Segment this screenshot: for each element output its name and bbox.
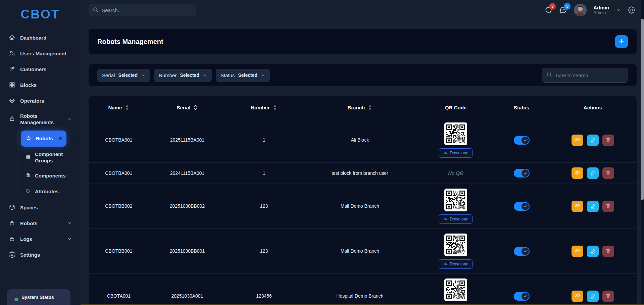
system-status-widget[interactable]: System Status (7, 289, 70, 305)
cell-branch: Ali Block (302, 137, 417, 143)
download-qr-button[interactable]: Download (439, 148, 473, 158)
edit-button[interactable] (587, 135, 599, 146)
status-toggle[interactable] (514, 202, 530, 211)
filter-label: Serial (102, 72, 115, 78)
column-header-branch: Branch (302, 105, 417, 110)
view-button[interactable] (572, 246, 583, 257)
scrollbar-thumb[interactable] (641, 19, 644, 200)
sidebar-item-robots-managements[interactable]: Robots Managements (5, 109, 75, 130)
column-header-status: Status (494, 105, 549, 110)
submenu-item-robots[interactable]: Robots (21, 131, 66, 147)
sidebar-item-robots[interactable]: Robots (5, 216, 75, 232)
toggle-check-icon (522, 293, 529, 300)
cell-actions (549, 201, 637, 212)
cell-branch: Hospital Demo Branch (302, 293, 417, 299)
briefcase-icon (25, 172, 31, 180)
view-button[interactable] (572, 135, 583, 146)
submenu-item-component-groups[interactable]: Component Groups (21, 148, 66, 167)
cell-actions (549, 246, 637, 257)
topbar: 3 5 Admin Admin (81, 0, 644, 20)
add-robot-button[interactable] (615, 35, 628, 48)
users-icon (9, 50, 15, 58)
robot-icon (9, 115, 15, 123)
message-badge: 5 (564, 3, 571, 10)
sidebar: CBOT Dashboard Users Management Customer… (0, 0, 81, 305)
sidebar-item-blocks[interactable]: Blocks (5, 78, 75, 93)
table-search-input[interactable] (555, 72, 624, 78)
sidebar-item-operators[interactable]: Operators (5, 93, 75, 109)
pencil-icon (590, 137, 596, 144)
filter-serial-dropdown[interactable]: Serial Selected (97, 69, 150, 82)
sidebar-item-label: Logs (20, 236, 32, 243)
cell-serial: 20251030A001 (149, 293, 226, 299)
page-scrollbar[interactable] (641, 0, 644, 305)
column-header-actions: Actions (549, 105, 637, 110)
status-toggle[interactable] (514, 169, 530, 177)
home-icon (9, 34, 15, 42)
view-button[interactable] (572, 291, 583, 302)
download-qr-button[interactable]: Download (439, 259, 473, 269)
status-toggle[interactable] (514, 136, 530, 145)
column-header-number: Number (226, 105, 302, 110)
status-toggle[interactable] (514, 292, 530, 301)
cell-name: CBOTBB001 (89, 248, 149, 254)
filter-value: Selected (118, 72, 138, 78)
toggle-check-icon (522, 169, 529, 177)
cell-qr-code: Download No QR (417, 278, 494, 305)
submenu-item-components[interactable]: Components (21, 169, 66, 183)
main-area: 3 5 Admin Admin Robots Manag (81, 0, 644, 305)
delete-button[interactable] (602, 201, 614, 212)
sidebar-item-users-management[interactable]: Users Management (5, 46, 75, 62)
user-menu-chevron-icon[interactable] (616, 7, 621, 13)
cell-status (494, 247, 549, 256)
sidebar-item-logs[interactable]: Logs (5, 232, 75, 247)
status-toggle[interactable] (514, 247, 530, 256)
notifications-button[interactable]: 3 (544, 6, 552, 14)
cell-serial: 20241115BA001 (149, 170, 226, 176)
sidebar-item-label: Robots Managements (20, 113, 62, 126)
edit-button[interactable] (587, 167, 599, 179)
cell-status (494, 202, 549, 211)
cell-serial: 20251115BA001 (149, 137, 226, 143)
edit-button[interactable] (587, 291, 599, 302)
edit-button[interactable] (587, 246, 599, 257)
sort-icon[interactable] (368, 105, 372, 110)
search-icon (93, 7, 98, 14)
sort-icon[interactable] (193, 105, 198, 110)
download-qr-button[interactable]: Download (439, 214, 473, 224)
table-body: CBOTBA001 20251115BA001 1 Ali Block Down… (89, 118, 637, 305)
submenu-item-attributes[interactable]: Attributes (21, 185, 66, 199)
squares-icon (25, 154, 31, 162)
qr-code-image (444, 122, 467, 145)
sort-icon[interactable] (273, 105, 277, 110)
delete-button[interactable] (602, 167, 614, 179)
delete-button[interactable] (602, 291, 614, 302)
table-search[interactable] (542, 68, 628, 83)
sort-icon[interactable] (125, 105, 129, 110)
global-search-input[interactable] (102, 7, 192, 13)
sidebar-item-spaces[interactable]: Spaces (5, 200, 75, 216)
view-button[interactable] (572, 201, 583, 212)
download-icon (443, 150, 447, 156)
filter-status-dropdown[interactable]: Status Selected (216, 69, 270, 82)
cell-actions (549, 291, 637, 302)
edit-button[interactable] (587, 201, 599, 212)
plus-icon (618, 38, 625, 46)
sidebar-item-dashboard[interactable]: Dashboard (5, 30, 75, 46)
sidebar-nav: Dashboard Users Management Customers Blo… (0, 30, 81, 263)
global-search[interactable] (89, 4, 196, 16)
filter-number-dropdown[interactable]: Number Selected (154, 69, 212, 82)
cell-actions (549, 135, 637, 146)
eye-icon (574, 293, 580, 300)
pencil-icon (590, 293, 596, 300)
cell-actions (549, 167, 637, 179)
user-avatar[interactable] (574, 4, 587, 16)
settings-gear-icon[interactable] (628, 6, 635, 14)
delete-button[interactable] (602, 135, 614, 146)
cell-number: 1 (226, 137, 302, 143)
delete-button[interactable] (602, 246, 614, 257)
sidebar-item-settings[interactable]: Settings (5, 247, 75, 263)
sidebar-item-customers[interactable]: Customers (5, 62, 75, 78)
messages-button[interactable]: 5 (559, 6, 567, 14)
view-button[interactable] (572, 167, 583, 179)
